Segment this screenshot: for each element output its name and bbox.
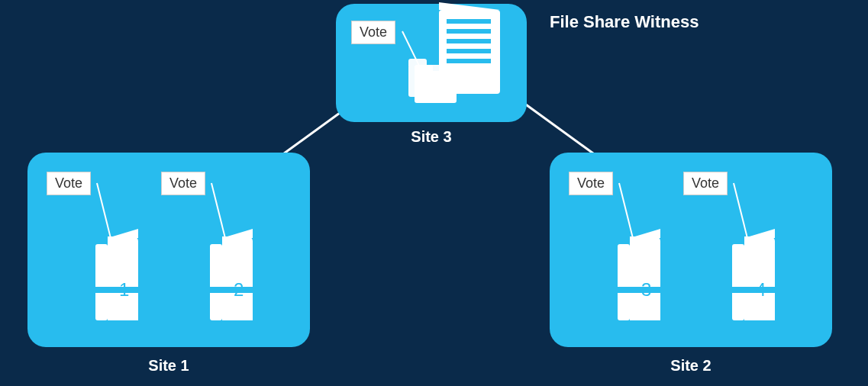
server-icon-3: 3 — [607, 229, 660, 328]
server-icon-4: 4 — [721, 229, 775, 328]
diagram-canvas: File Share Witness Vote Site 3 Vote 1 Vo… — [0, 0, 868, 386]
server-number: 3 — [641, 279, 651, 301]
server-icon-1: 1 — [85, 229, 138, 328]
file-server-lines — [447, 19, 491, 69]
site3-box: Vote — [336, 4, 527, 122]
site1-label: Site 1 — [27, 357, 310, 375]
server-icon-2: 2 — [199, 229, 253, 328]
site3-vote-tag: Vote — [351, 21, 395, 44]
site1-node2-vote-tag: Vote — [161, 172, 205, 195]
server-number: 1 — [119, 279, 129, 301]
site2-label: Site 2 — [550, 357, 832, 375]
site2-box: Vote 3 Vote 4 — [550, 153, 832, 347]
folder-icon — [415, 71, 457, 103]
server-number: 2 — [234, 279, 244, 301]
site2-node1-vote-tag: Vote — [569, 172, 613, 195]
witness-title: File Share Witness — [550, 12, 699, 32]
site1-node1-vote-tag: Vote — [47, 172, 91, 195]
site3-label: Site 3 — [336, 128, 527, 146]
site1-box: Vote 1 Vote 2 — [27, 153, 310, 347]
site2-node2-vote-tag: Vote — [683, 172, 728, 195]
server-number: 4 — [756, 279, 766, 301]
